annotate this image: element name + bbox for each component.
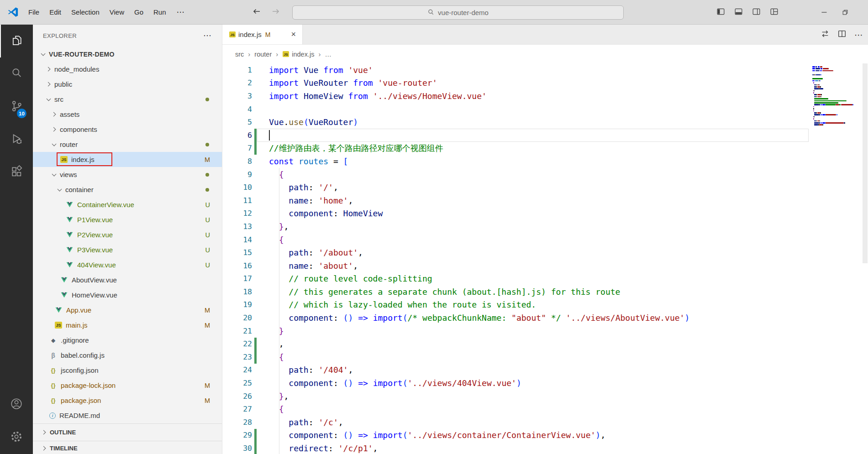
tree-item-label: .gitignore bbox=[61, 336, 89, 344]
breadcrumb-item--[interactable]: … bbox=[325, 51, 331, 58]
open-changes-icon[interactable] bbox=[821, 29, 830, 40]
tree-item-babel-config-js[interactable]: βbabel.config.js bbox=[33, 348, 222, 363]
code-line-20[interactable]: 20 component: () => import(/* webpackChu… bbox=[222, 311, 868, 324]
babel-file-icon: β bbox=[49, 352, 57, 359]
tree-item-package-json[interactable]: {}package.jsonM bbox=[33, 393, 222, 408]
code-line-12[interactable]: 12 component: HomeView bbox=[222, 207, 868, 220]
breadcrumb-item-index-js[interactable]: JSindex.js bbox=[282, 51, 314, 58]
code-line-13[interactable]: 13 }, bbox=[222, 220, 868, 233]
tree-item-readme-md[interactable]: iREADME.md bbox=[33, 408, 222, 423]
restore-button[interactable] bbox=[835, 0, 856, 25]
code-line-28[interactable]: 28 path: '/c', bbox=[222, 416, 868, 429]
editor-scrollbar[interactable] bbox=[862, 63, 868, 454]
line-number: 28 bbox=[222, 418, 252, 427]
code-line-4[interactable]: 4 bbox=[222, 103, 868, 116]
code-line-27[interactable]: 27 { bbox=[222, 402, 868, 416]
search-tab[interactable] bbox=[0, 57, 33, 90]
code-line-6[interactable]: 6 bbox=[222, 129, 868, 142]
tree-item-404view-vue[interactable]: 404View.vueU bbox=[33, 257, 222, 272]
code-text: }, bbox=[269, 391, 289, 401]
menu-edit[interactable]: Edit bbox=[44, 0, 66, 25]
code-line-19[interactable]: 19 // which is lazy-loaded when the rout… bbox=[222, 298, 868, 312]
toggle-panel-icon[interactable] bbox=[734, 7, 743, 18]
split-editor-icon[interactable] bbox=[837, 29, 847, 40]
code-line-18[interactable]: 18 // this generates a separate chunk (a… bbox=[222, 285, 868, 298]
code-line-11[interactable]: 11 name: 'home', bbox=[222, 194, 868, 207]
code-line-26[interactable]: 26 }, bbox=[222, 390, 868, 403]
tree-item-src[interactable]: src bbox=[33, 92, 222, 107]
tree-item-public[interactable]: public bbox=[33, 77, 222, 92]
code-line-7[interactable]: 7//维护路由表，某个路由路径对应哪个视图组件 bbox=[222, 142, 868, 155]
command-center-search[interactable]: vue-router-demo bbox=[292, 5, 624, 20]
tree-item-aboutview-vue[interactable]: AboutView.vue bbox=[33, 272, 222, 287]
tree-item-app-vue[interactable]: App.vueM bbox=[33, 303, 222, 318]
tree-item-p2view-vue[interactable]: P2View.vueU bbox=[33, 227, 222, 242]
code-line-17[interactable]: 17 // route level code-splitting bbox=[222, 272, 868, 286]
timeline-section[interactable]: TIMELINE bbox=[33, 441, 222, 454]
menu-selection[interactable]: Selection bbox=[66, 0, 105, 25]
code-line-2[interactable]: 2import VueRouter from 'vue-router' bbox=[222, 77, 868, 90]
code-line-30[interactable]: 30 redirect: '/c/p1', bbox=[222, 442, 868, 454]
code-line-1[interactable]: 1import Vue from 'vue' bbox=[222, 63, 868, 77]
code-line-21[interactable]: 21 } bbox=[222, 324, 868, 338]
code-line-22[interactable]: 22 , bbox=[222, 337, 868, 350]
code-editor[interactable]: 1import Vue from 'vue'2import VueRouter … bbox=[222, 63, 868, 454]
workspace-root-item[interactable]: VUE-ROUTER-DEMO bbox=[33, 47, 222, 62]
minimap[interactable] bbox=[812, 66, 859, 126]
tree-item-label: 404View.vue bbox=[77, 261, 116, 269]
go-forward-icon[interactable] bbox=[271, 7, 280, 18]
more-actions-icon[interactable]: ⋯ bbox=[854, 30, 863, 40]
settings-button[interactable] bbox=[0, 421, 33, 454]
run-and-debug-tab[interactable] bbox=[0, 123, 33, 156]
code-line-9[interactable]: 9 { bbox=[222, 168, 868, 181]
tree-item-package-lock-json[interactable]: {}package-lock.jsonM bbox=[33, 378, 222, 393]
tree-item-components[interactable]: components bbox=[33, 122, 222, 137]
menu-go[interactable]: Go bbox=[129, 0, 148, 25]
tree-item-assets[interactable]: assets bbox=[33, 107, 222, 122]
tree-item-jsconfig-json[interactable]: {}jsconfig.json bbox=[33, 363, 222, 378]
menu-more-button[interactable]: ⋯ bbox=[171, 7, 190, 17]
tree-item-router[interactable]: router bbox=[33, 137, 222, 152]
toggle-primary-sidebar-icon[interactable] bbox=[716, 7, 725, 18]
code-line-8[interactable]: 8const routes = [ bbox=[222, 155, 868, 168]
explorer-tab[interactable] bbox=[0, 25, 33, 57]
tree-item-main-js[interactable]: JSmain.jsM bbox=[33, 318, 222, 333]
code-line-23[interactable]: 23 { bbox=[222, 350, 868, 364]
tab-index-js[interactable]: JS index.js M × bbox=[222, 25, 303, 44]
tree-item-container[interactable]: container bbox=[33, 182, 222, 197]
tree-item-index-js[interactable]: JSindex.jsM bbox=[33, 152, 222, 167]
customize-layout-icon[interactable] bbox=[770, 7, 779, 18]
outline-section[interactable]: OUTLINE bbox=[33, 423, 222, 441]
extensions-tab[interactable] bbox=[0, 156, 33, 189]
source-control-tab[interactable]: 10 bbox=[0, 90, 33, 123]
tree-item-containerview-vue[interactable]: ContainerView.vueU bbox=[33, 197, 222, 212]
code-line-3[interactable]: 3import HomeView from '../views/HomeView… bbox=[222, 89, 868, 103]
explorer-actions-button[interactable]: ⋯ bbox=[203, 31, 212, 41]
code-line-15[interactable]: 15 path: '/about', bbox=[222, 246, 868, 259]
breadcrumb-item-src[interactable]: src bbox=[235, 51, 244, 58]
code-line-14[interactable]: 14 { bbox=[222, 233, 868, 246]
accounts-button[interactable] bbox=[0, 388, 33, 421]
close-tab-icon[interactable]: × bbox=[289, 30, 298, 39]
line-number: 6 bbox=[222, 131, 252, 140]
code-line-24[interactable]: 24 path: '/404', bbox=[222, 364, 868, 377]
go-back-icon[interactable] bbox=[252, 7, 261, 18]
minimize-button[interactable] bbox=[814, 0, 835, 25]
scrollbar-slider[interactable] bbox=[863, 63, 868, 263]
tree-item-p1view-vue[interactable]: P1View.vueU bbox=[33, 212, 222, 227]
code-line-5[interactable]: 5Vue.use(VueRouter) bbox=[222, 115, 868, 129]
code-line-16[interactable]: 16 name: 'about', bbox=[222, 259, 868, 272]
tree-item--gitignore[interactable]: ◆.gitignore bbox=[33, 333, 222, 348]
tree-item-p3view-vue[interactable]: P3View.vueU bbox=[33, 242, 222, 257]
code-line-10[interactable]: 10 path: '/', bbox=[222, 181, 868, 194]
toggle-secondary-sidebar-icon[interactable] bbox=[752, 7, 761, 18]
menu-run[interactable]: Run bbox=[148, 0, 171, 25]
menu-view[interactable]: View bbox=[105, 0, 129, 25]
code-line-29[interactable]: 29 component: () => import('../views/con… bbox=[222, 429, 868, 442]
code-line-25[interactable]: 25 component: () => import('../views/404… bbox=[222, 376, 868, 390]
tree-item-node-modules[interactable]: node_modules bbox=[33, 62, 222, 77]
tree-item-views[interactable]: views bbox=[33, 167, 222, 182]
breadcrumb-item-router[interactable]: router bbox=[254, 51, 272, 58]
menu-file[interactable]: File bbox=[23, 0, 44, 25]
tree-item-homeview-vue[interactable]: HomeView.vue bbox=[33, 287, 222, 303]
